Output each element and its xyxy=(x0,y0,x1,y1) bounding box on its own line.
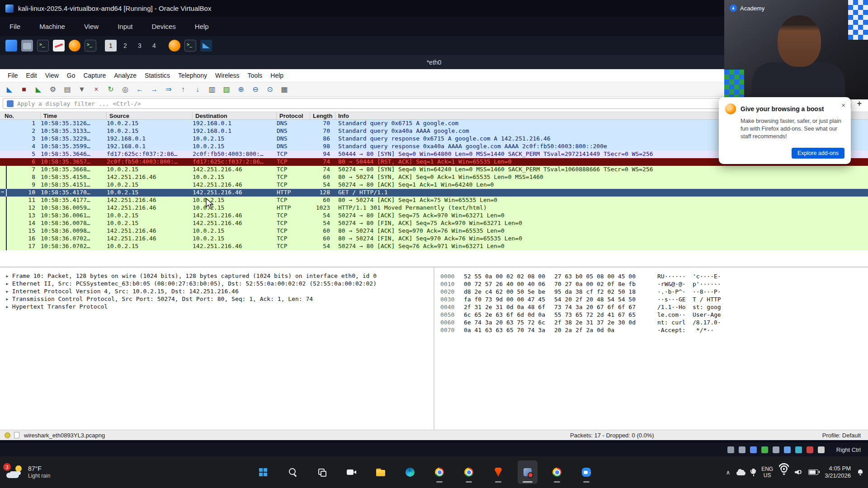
detail-line[interactable]: ▸Transmission Control Protocol, Src Port… xyxy=(0,296,434,303)
file-explorer-button[interactable] xyxy=(371,460,391,484)
column-header-destination[interactable]: Destination xyxy=(193,112,277,119)
stop-capture-icon[interactable]: ■ xyxy=(17,84,31,95)
expand-arrow-icon[interactable]: ▸ xyxy=(5,288,9,295)
search-button[interactable] xyxy=(283,460,302,484)
restart-capture-icon[interactable]: ◣ xyxy=(32,84,45,95)
vm-display-icon[interactable] xyxy=(795,446,802,453)
hex-row[interactable]: 0020d8 2e c4 62 00 50 5e be95 da 38 cf f… xyxy=(440,288,868,296)
vm-mouse-integration-icon[interactable] xyxy=(818,446,825,453)
column-header-source[interactable]: Source xyxy=(107,112,193,119)
find-packet-icon[interactable]: ◎ xyxy=(118,84,132,95)
filter-add-button[interactable]: + xyxy=(855,99,863,108)
wireshark-menu-help[interactable]: Help xyxy=(266,72,288,79)
vbox-menu-file[interactable]: File xyxy=(0,23,30,30)
wireshark-menu-telephony[interactable]: Telephony xyxy=(174,72,211,79)
chrome-2-button[interactable] xyxy=(459,460,479,484)
vm-hdd-icon[interactable] xyxy=(727,446,734,453)
hex-row[interactable]: 00506c 65 2e 63 6f 6d 0d 0a55 73 65 72 2… xyxy=(440,311,868,319)
start-capture-icon[interactable]: ◣ xyxy=(3,84,16,95)
go-to-packet-icon[interactable]: ⇒ xyxy=(162,84,175,95)
packet-row[interactable]: 1710:58:36.0702…10.0.2.15142.251.216.46T… xyxy=(0,243,868,250)
wireshark-menu-capture[interactable]: Capture xyxy=(79,72,110,79)
packet-row[interactable]: 1610:58:36.0702…142.251.216.4610.0.2.15T… xyxy=(0,235,868,243)
packet-row[interactable]: 710:58:35.3668…10.0.2.15142.251.216.46TC… xyxy=(0,166,868,174)
task-view-button[interactable] xyxy=(312,460,332,484)
detail-line[interactable]: ▸Ethernet II, Src: PCSSystemtec_63:b0:05… xyxy=(0,280,434,288)
column-header-length[interactable]: Length xyxy=(310,112,335,119)
popup-close-icon[interactable]: × xyxy=(841,101,845,109)
column-header-no[interactable]: No. xyxy=(0,112,41,119)
vbox-menu-view[interactable]: View xyxy=(75,23,108,30)
packet-row[interactable]: 1510:58:36.0098…142.251.216.4610.0.2.15T… xyxy=(0,227,868,235)
expand-arrow-icon[interactable]: ▸ xyxy=(5,280,9,287)
workspace-button-1[interactable]: 1 xyxy=(105,40,117,52)
profile-status[interactable]: Profile: Default xyxy=(822,432,861,439)
autoscroll-icon[interactable]: ▥ xyxy=(205,84,219,95)
weather-widget[interactable]: 3 87°F Light rain xyxy=(6,456,50,488)
column-header-protocol[interactable]: Protocol xyxy=(277,112,310,119)
resize-columns-icon[interactable]: ▦ xyxy=(278,84,291,95)
camera-app-button[interactable] xyxy=(341,460,361,484)
wifi-icon[interactable] xyxy=(779,469,788,475)
vm-recording-icon[interactable] xyxy=(807,446,813,453)
wireshark-menu-file[interactable]: File xyxy=(4,72,22,79)
brave-button[interactable] xyxy=(488,460,508,484)
capture-options-icon[interactable]: ⚙ xyxy=(46,84,60,95)
workspace-button-4[interactable]: 4 xyxy=(148,40,160,52)
save-file-icon[interactable]: ▼ xyxy=(75,84,89,95)
expand-arrow-icon[interactable]: ▸ xyxy=(5,272,9,279)
hex-row[interactable]: 00606e 74 3a 20 63 75 72 6c2f 38 2e 31 3… xyxy=(440,319,868,326)
detail-line[interactable]: ▸Hypertext Transfer Protocol xyxy=(0,303,434,311)
filter-bookmark-icon[interactable] xyxy=(7,100,14,107)
volume-icon[interactable] xyxy=(795,469,802,475)
wireshark-menu-edit[interactable]: Edit xyxy=(22,72,41,79)
packet-row[interactable]: 1410:58:36.0078…10.0.2.15142.251.216.46T… xyxy=(0,220,868,227)
start-button[interactable] xyxy=(253,460,273,484)
zoom-out-icon[interactable]: ⊖ xyxy=(249,84,262,95)
vbox-menu-devices[interactable]: Devices xyxy=(142,23,185,30)
battery-icon[interactable] xyxy=(808,469,818,475)
hidden-icons-button[interactable]: ∧ xyxy=(726,469,731,476)
packet-row[interactable]: 1110:58:35.4177…142.251.216.4610.0.2.15T… xyxy=(0,197,868,204)
packet-row[interactable]: →1010:58:35.4170…10.0.2.15142.251.216.46… xyxy=(0,189,868,197)
vbox-menu-input[interactable]: Input xyxy=(108,23,142,30)
detail-line[interactable]: ▸Internet Protocol Version 4, Src: 10.0.… xyxy=(0,288,434,296)
vm-audio-icon[interactable] xyxy=(750,446,757,453)
edge-button[interactable] xyxy=(400,460,420,484)
go-first-icon[interactable]: ↑ xyxy=(176,84,190,95)
zoom-in-icon[interactable]: ⊕ xyxy=(234,84,248,95)
expand-arrow-icon[interactable]: ▸ xyxy=(5,296,9,302)
packet-row[interactable]: 910:58:35.4151…10.0.2.15142.251.216.46TC… xyxy=(0,181,868,189)
zoom-button[interactable] xyxy=(576,460,596,484)
packet-row[interactable]: 810:58:35.4150…142.251.216.4610.0.2.15TC… xyxy=(0,174,868,181)
virtualbox-button[interactable] xyxy=(518,460,538,484)
packet-row[interactable]: 1310:58:36.0061…10.0.2.15142.251.216.46T… xyxy=(0,212,868,220)
reload-icon[interactable]: ↻ xyxy=(104,84,118,95)
hex-row[interactable]: 00402f 31 2e 31 0d 0a 48 6f73 74 3a 20 6… xyxy=(440,303,868,311)
colorize-icon[interactable]: ▧ xyxy=(220,84,233,95)
hex-row[interactable]: 001000 72 57 26 40 00 40 0670 27 0a 00 0… xyxy=(440,280,868,288)
close-file-icon[interactable]: × xyxy=(90,84,103,95)
hex-row[interactable]: 0030fa f0 73 9d 00 00 47 4554 20 2f 20 4… xyxy=(440,296,868,303)
clock[interactable]: 4:05 PM 3/21/2026 xyxy=(825,465,851,479)
wireshark-icon[interactable] xyxy=(200,40,212,52)
microphone-icon[interactable] xyxy=(752,469,755,474)
firefox-icon[interactable] xyxy=(69,40,80,52)
text-editor-icon[interactable] xyxy=(53,40,65,52)
onedrive-icon[interactable] xyxy=(736,471,745,475)
wireshark-menu-statistics[interactable]: Statistics xyxy=(141,72,174,79)
vm-network-icon[interactable] xyxy=(761,446,768,453)
hex-row[interactable]: 000052 55 0a 00 02 02 08 0027 63 b0 05 0… xyxy=(440,272,868,280)
hex-row[interactable]: 00700a 41 63 63 65 70 74 3a20 2a 2f 2a 0… xyxy=(440,326,868,334)
wireshark-menu-go[interactable]: Go xyxy=(63,72,80,79)
go-forward-icon[interactable]: → xyxy=(147,84,161,95)
capture-comment-icon[interactable] xyxy=(14,432,19,438)
chrome-3-button[interactable] xyxy=(547,460,567,484)
terminal-icon-3[interactable] xyxy=(184,40,196,52)
open-file-icon[interactable]: ▤ xyxy=(61,84,74,95)
column-header-time[interactable]: Time xyxy=(41,112,107,119)
vm-usb-icon[interactable] xyxy=(773,446,779,453)
vm-optical-icon[interactable] xyxy=(739,446,745,453)
file-manager-icon[interactable] xyxy=(21,40,33,52)
workspace-button-3[interactable]: 3 xyxy=(134,40,146,52)
